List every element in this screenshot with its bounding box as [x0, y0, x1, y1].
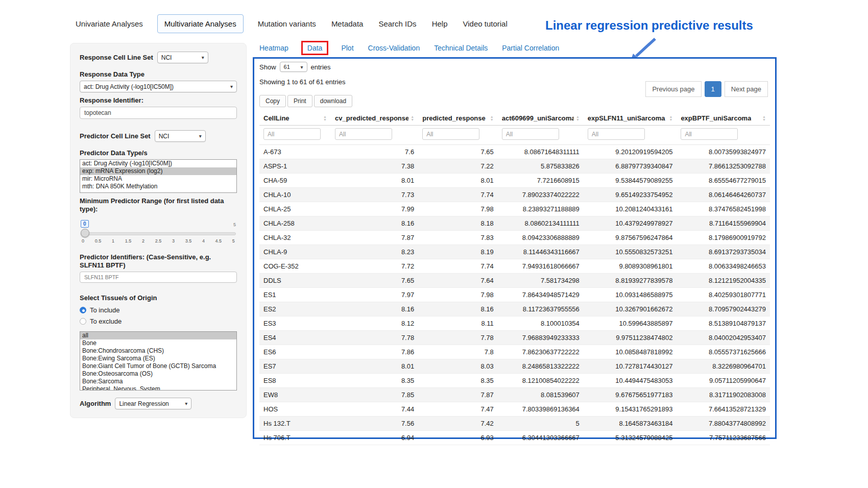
- table-row: CHLA-257.997.988.2389327118888910.208124…: [259, 202, 770, 216]
- nav-tab-univariate-analyses[interactable]: Univariate Analyses: [75, 15, 144, 33]
- slider-max-label: 5: [233, 222, 236, 227]
- sort-icon[interactable]: ▲▼: [762, 115, 766, 121]
- cell-value: 6.93: [418, 431, 498, 445]
- radio-to-include[interactable]: To include: [80, 306, 237, 314]
- cell-value: 9.20120919594205: [584, 145, 677, 159]
- table-row: ES17.977.987.8643494857142910.0931486588…: [259, 288, 770, 302]
- cell-value: 8.81939277839578: [584, 274, 677, 288]
- min-predictor-range-label: Minimum Predictor Range (for first liste…: [80, 197, 237, 213]
- option-peripheral-nervous-system[interactable]: Peripheral_Nervous_System: [80, 385, 236, 391]
- cell-value: 8.23: [331, 245, 418, 259]
- predictor-data-type-list[interactable]: act: Drug Activity (-log10[IC50M])exp: m…: [80, 159, 237, 193]
- download-button[interactable]: download: [314, 95, 352, 107]
- annotation-title: Linear regression predictive results: [545, 18, 753, 33]
- page-1-button[interactable]: 1: [705, 81, 721, 97]
- nav-tab-help[interactable]: Help: [431, 15, 449, 33]
- cell-value: 9.8089308961801: [584, 259, 677, 274]
- tissue-list[interactable]: allBoneBone:Chondrosarcoma (CHS)Bone:Ewi…: [80, 331, 237, 391]
- column-header-predicted-response[interactable]: predicted_response▲▼: [418, 111, 498, 126]
- next-page-button[interactable]: Next page: [725, 81, 768, 97]
- nav-tab-multivariate-analyses[interactable]: Multivariate Analyses: [157, 14, 244, 33]
- option-act-drug-activity-log10-ic50m[interactable]: act: Drug Activity (-log10[IC50M]): [80, 160, 236, 167]
- column-header-expbptf-unisarcoma[interactable]: expBPTF_uniSarcoma▲▼: [677, 111, 770, 126]
- cell-line-name: CHLA-10: [259, 188, 331, 202]
- sort-down-icon: ▼: [323, 118, 327, 121]
- chevron-down-icon: ▾: [202, 55, 204, 60]
- filter-input-expslfn11-unisarcoma[interactable]: [588, 128, 645, 140]
- radio-to-exclude[interactable]: To exclude: [80, 318, 237, 325]
- min-range-slider[interactable]: 0 5 00.511.522.533.544.55: [81, 224, 236, 248]
- tab-heatmap[interactable]: Heatmap: [259, 44, 288, 52]
- option-bone-sarcoma[interactable]: Bone:Sarcoma: [80, 378, 236, 385]
- filter-input-act609699-unisarcoma[interactable]: [502, 128, 559, 140]
- slider-handle[interactable]: [81, 229, 89, 237]
- option-mth-dna-850k-methylation[interactable]: mth: DNA 850K Methylation: [80, 183, 236, 190]
- predictor-identifiers-input[interactable]: [80, 272, 237, 283]
- filter-input-predicted-response[interactable]: [422, 128, 479, 140]
- table-row: HOS7.447.477.803398691363649.15431765291…: [259, 402, 770, 417]
- tab-cross-validation[interactable]: Cross-Validation: [368, 44, 420, 52]
- entries-label: entries: [311, 63, 331, 71]
- filter-cell: [331, 126, 418, 145]
- response-cell-line-set-select[interactable]: NCI ▾: [157, 52, 208, 63]
- sort-icon[interactable]: ▲▼: [411, 115, 414, 121]
- cell-value: 8.37476582451998: [677, 202, 770, 216]
- cell-line-name: A-673: [259, 145, 331, 159]
- option-bone-osteosarcoma-os[interactable]: Bone:Osteosarcoma (OS): [80, 370, 236, 378]
- option-bone-ewing-sarcoma-es[interactable]: Bone:Ewing Sarcoma (ES): [80, 355, 236, 362]
- option-bone-chondrosarcoma-chs[interactable]: Bone:Chondrosarcoma (CHS): [80, 347, 236, 355]
- cell-line-name: ES6: [259, 345, 331, 359]
- slider-track[interactable]: [81, 232, 236, 235]
- cell-value: 8.00735993824977: [677, 145, 770, 159]
- algorithm-select[interactable]: Linear Regression ▾: [115, 398, 191, 409]
- slider-value-bubble: 0: [81, 220, 89, 228]
- response-data-type-select[interactable]: act: Drug Activity (-log10[IC50M]) ▾: [80, 81, 237, 92]
- filter-input-cellline[interactable]: [263, 128, 321, 140]
- tab-data[interactable]: Data: [307, 44, 323, 52]
- cell-value: 10.5550832573251: [584, 245, 677, 259]
- copy-button[interactable]: Copy: [259, 95, 286, 107]
- column-header-act609699-unisarcoma[interactable]: act609699_uniSarcoma▲▼: [498, 111, 584, 126]
- filter-input-cv-predicted-response[interactable]: [335, 128, 392, 140]
- tab-partial-correlation[interactable]: Partial Correlation: [502, 44, 559, 52]
- option-all[interactable]: all: [80, 332, 236, 339]
- show-label: Show: [259, 63, 276, 71]
- nav-tab-mutation-variants[interactable]: Mutation variants: [257, 15, 317, 33]
- entries-count-select[interactable]: 61 ▾: [280, 62, 307, 72]
- cell-line-name: ES2: [259, 302, 331, 316]
- sort-icon[interactable]: ▲▼: [323, 115, 327, 121]
- filter-input-expbptf-unisarcoma[interactable]: [681, 128, 738, 140]
- previous-page-button[interactable]: Previous page: [645, 81, 701, 97]
- nav-tab-metadata[interactable]: Metadata: [330, 15, 365, 33]
- result-tabs: HeatmapDataPlotCross-ValidationTechnical…: [259, 44, 559, 52]
- slider-tick: 3.5: [185, 238, 192, 243]
- cell-value: 8.04002042953407: [677, 331, 770, 345]
- print-button[interactable]: Print: [287, 95, 312, 107]
- predictor-cell-line-set-select[interactable]: NCI ▾: [155, 130, 206, 142]
- option-mir-microrna[interactable]: mir: MicroRNA: [80, 175, 236, 183]
- sort-icon[interactable]: ▲▼: [669, 115, 672, 121]
- option-bone-giant-cell-tumor-of-bone-gctb-sarcoma[interactable]: Bone:Giant Cell Tumor of Bone (GCTB) Sar…: [80, 362, 236, 370]
- cell-value: 8.081539607: [498, 388, 584, 402]
- option-exp-mrna-expression-log2[interactable]: exp: mRNA Expression (log2): [80, 167, 236, 175]
- nav-tab-search-ids[interactable]: Search IDs: [377, 15, 417, 33]
- column-header-cellline[interactable]: CellLine▲▼: [259, 111, 331, 126]
- slider-tick: 3: [172, 238, 175, 243]
- table-row: CHLA-98.238.198.1144634311666710.5550832…: [259, 245, 770, 259]
- cell-value: 7.83: [418, 231, 498, 245]
- sort-icon[interactable]: ▲▼: [490, 115, 494, 121]
- cell-value: 8.16: [331, 302, 418, 316]
- sort-icon[interactable]: ▲▼: [576, 115, 580, 121]
- response-identifier-input[interactable]: [80, 107, 237, 119]
- column-header-cv-predicted-response[interactable]: cv_predicted_response▲▼: [331, 111, 418, 126]
- results-table: CellLine▲▼cv_predicted_response▲▼predict…: [259, 111, 770, 445]
- table-row: DDLS7.657.647.5817342988.819392778395788…: [259, 274, 770, 288]
- table-row: ES78.018.038.2486581332222210.7278174430…: [259, 359, 770, 374]
- response-cell-line-set-label: Response Cell Line Set: [80, 54, 153, 62]
- option-bone[interactable]: Bone: [80, 339, 236, 347]
- nav-tab-video-tutorial[interactable]: Video tutorial: [462, 15, 508, 33]
- tab-plot[interactable]: Plot: [341, 44, 353, 52]
- tab-technical-details[interactable]: Technical Details: [434, 44, 488, 52]
- filter-cell: [498, 126, 584, 145]
- column-header-expslfn11-unisarcoma[interactable]: expSLFN11_uniSarcoma▲▼: [584, 111, 677, 126]
